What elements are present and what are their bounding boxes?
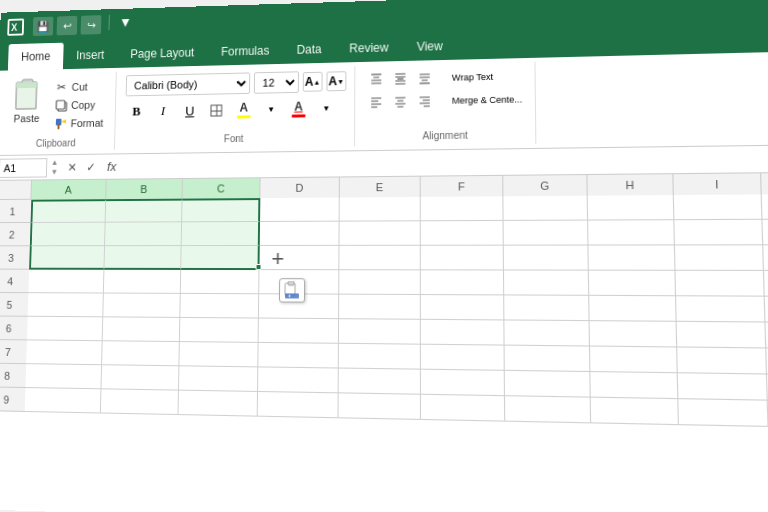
cell-E1[interactable] [340,197,421,222]
row-header-7[interactable]: 7 [0,340,27,364]
cell-H3[interactable] [588,245,675,270]
undo-button[interactable]: ↩ [57,16,78,35]
row-header-1[interactable]: 1 [0,200,31,223]
align-middle-button[interactable] [389,69,411,89]
cell-J1[interactable] [762,194,768,220]
cell-E3[interactable] [339,246,420,271]
cell-C3[interactable] [181,246,260,270]
cell-I3[interactable] [675,245,764,271]
cancel-formula-button[interactable]: ✕ [64,158,81,176]
font-family-select[interactable]: Calibri (Body) [125,72,250,96]
cell-D2[interactable] [260,222,340,246]
cell-J4[interactable] [764,271,768,297]
align-center-button[interactable] [389,92,411,112]
cell-I4[interactable] [676,271,765,297]
name-box[interactable]: A1 [0,158,47,178]
increase-font-size-button[interactable]: A▲ [303,72,323,92]
row-header-3[interactable]: 3 [0,246,30,269]
align-right-button[interactable] [413,91,435,111]
cell-A1[interactable] [31,199,107,223]
wrap-text-button[interactable]: Wrap Text [448,67,498,88]
cell-H2[interactable] [588,220,675,245]
formula-input[interactable] [120,151,768,173]
col-header-G[interactable]: G [503,175,588,196]
tab-formulas[interactable]: Formulas [207,37,283,66]
cut-button[interactable]: ✂ Cut [51,78,108,96]
cell-A5[interactable] [28,293,104,317]
cell-D1[interactable] [260,197,340,221]
cell-G4[interactable] [504,270,589,295]
tab-view[interactable]: View [403,32,458,61]
font-color-dropdown[interactable]: ▼ [314,96,338,120]
font-color-button[interactable]: A [287,97,311,121]
bold-button[interactable]: B [125,100,148,124]
col-header-A[interactable]: A [31,180,106,200]
format-painter-button[interactable]: Format [50,114,107,132]
cell-G3[interactable] [504,246,589,271]
cell-A3[interactable] [29,246,105,270]
align-left-button[interactable] [365,92,387,112]
col-header-C[interactable]: C [182,178,260,198]
col-header-E[interactable]: E [340,177,421,198]
cell-B3[interactable] [104,246,181,270]
tab-data[interactable]: Data [283,35,336,64]
tab-review[interactable]: Review [335,33,402,62]
cell-I2[interactable] [674,220,763,246]
font-size-select[interactable]: 12 [254,71,299,93]
cell-F1[interactable] [421,196,504,221]
row-header-8[interactable]: 8 [0,364,26,388]
svg-rect-8 [57,124,59,129]
cell-F3[interactable] [421,246,504,271]
col-header-D[interactable]: D [260,177,340,198]
fill-color-dropdown[interactable]: ▼ [259,97,283,121]
col-header-B[interactable]: B [106,179,183,199]
redo-button[interactable]: ↪ [81,15,102,34]
cell-C1[interactable] [182,198,260,222]
tab-insert[interactable]: Insert [63,41,118,69]
tab-page-layout[interactable]: Page Layout [117,39,208,68]
merge-center-button[interactable]: Merge & Cente... [448,89,527,111]
customize-arrow[interactable]: ▼ [119,14,132,33]
fill-color-button[interactable]: A [232,98,256,122]
underline-button[interactable]: U [178,99,201,123]
cell-C4[interactable] [181,270,260,294]
row-header-2[interactable]: 2 [0,223,31,246]
tab-home[interactable]: Home [8,43,64,71]
row-header-5[interactable]: 5 [0,293,28,317]
col-header-I[interactable]: I [673,173,761,195]
paste-options-icon[interactable]: + [279,278,305,302]
col-header-H[interactable]: H [587,174,673,195]
cell-A4[interactable] [28,270,104,294]
row-header-6[interactable]: 6 [0,316,28,340]
align-bottom-button[interactable] [413,68,435,88]
cell-C2[interactable] [182,222,260,246]
cell-H4[interactable] [589,271,676,297]
col-header-F[interactable]: F [421,176,504,197]
cell-G2[interactable] [504,221,589,246]
cell-A2[interactable] [30,223,106,247]
row-header-4[interactable]: 4 [0,270,29,294]
cell-B1[interactable] [106,199,183,223]
cell-B4[interactable] [104,270,181,294]
border-button[interactable] [205,98,229,122]
cell-F4[interactable] [421,270,504,295]
cell-B2[interactable] [105,222,182,246]
confirm-formula-button[interactable]: ✓ [82,158,99,176]
cell-J3[interactable] [763,245,768,271]
cell-F2[interactable] [421,221,504,246]
decrease-font-size-button[interactable]: A▼ [326,71,346,91]
cell-E2[interactable] [339,221,420,246]
col-header-J[interactable]: J [761,173,768,195]
cell-G1[interactable] [503,196,588,221]
save-button[interactable]: 💾 [33,17,54,36]
cell-I1[interactable] [674,194,763,220]
cell-D3[interactable] [259,246,339,270]
copy-button[interactable]: Copy [51,96,108,114]
cell-E4[interactable] [339,270,421,295]
paste-button[interactable]: Paste [6,75,48,126]
align-top-button[interactable] [365,69,387,89]
row-header-9[interactable]: 9 [0,387,25,412]
italic-button[interactable]: I [151,99,174,123]
cell-H1[interactable] [588,195,675,221]
cell-J2[interactable] [763,220,768,246]
